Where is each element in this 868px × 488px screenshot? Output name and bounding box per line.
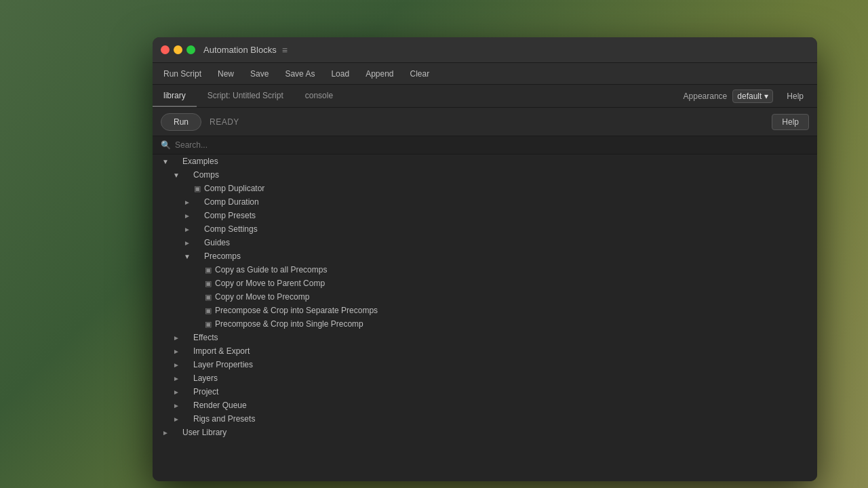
expand-icon: ► xyxy=(172,402,181,409)
tree-item-label: Layer Properties xyxy=(193,360,817,369)
menu-append[interactable]: Append xyxy=(363,68,396,80)
tree-content: ▼Examples▼Comps▣Comp Duplicator►Comp Dur… xyxy=(153,155,817,481)
tree-item-project[interactable]: ►Project xyxy=(153,385,817,399)
tree-item-copy-parent[interactable]: ▣Copy or Move to Parent Comp xyxy=(153,277,817,290)
help-tab-button[interactable]: Help xyxy=(778,92,812,101)
menu-icon[interactable]: ≡ xyxy=(282,45,288,56)
tree-item-label: Examples xyxy=(182,157,817,166)
tree-item-copy-as-guide[interactable]: ▣Copy as Guide to all Precomps xyxy=(153,263,817,277)
expand-icon: ► xyxy=(182,226,192,233)
tree-item-precompose-separate[interactable]: ▣Precompose & Crop into Separate Precomp… xyxy=(153,304,817,317)
expand-icon: ► xyxy=(172,361,181,369)
file-icon: ▣ xyxy=(203,293,214,302)
tree-item-copy-precomp[interactable]: ▣Copy or Move to Precomp xyxy=(153,290,817,304)
file-icon: ▣ xyxy=(203,320,214,329)
tree-item-label: Comp Duration xyxy=(204,197,817,207)
tree-item-layers[interactable]: ►Layers xyxy=(153,371,817,385)
tree-item-label: Project xyxy=(193,387,817,396)
tree-item-label: Effects xyxy=(193,333,817,342)
tree-item-comp-settings[interactable]: ►Comp Settings xyxy=(153,222,817,236)
tree-item-precompose-single[interactable]: ▣Precompose & Crop into Single Precomp xyxy=(153,317,817,331)
tree-item-label: Copy or Move to Parent Comp xyxy=(215,279,817,288)
collapse-icon: ▼ xyxy=(161,158,170,165)
collapse-icon: ▼ xyxy=(172,171,181,179)
window-title: Automation Blocks xyxy=(203,45,277,55)
expand-icon: ► xyxy=(161,429,170,436)
menu-run-script[interactable]: Run Script xyxy=(161,68,204,80)
search-input[interactable] xyxy=(175,140,809,150)
tree-item-comp-presets[interactable]: ►Comp Presets xyxy=(153,209,817,222)
tree-item-import-export[interactable]: ►Import & Export xyxy=(153,344,817,358)
tab-script[interactable]: Script: Untitled Script xyxy=(197,85,294,107)
collapse-icon: ▼ xyxy=(182,253,192,260)
appearance-dropdown[interactable]: default ▾ xyxy=(732,89,773,103)
tree-item-examples[interactable]: ▼Examples xyxy=(153,155,817,168)
tree-item-label: User Library xyxy=(182,428,817,437)
file-icon: ▣ xyxy=(203,279,214,288)
tree-item-label: Comp Duplicator xyxy=(204,184,817,193)
tab-appearance-area: Appearance default ▾ Help xyxy=(684,85,817,107)
expand-icon: ► xyxy=(182,212,192,220)
tree-item-label: Copy as Guide to all Precomps xyxy=(215,265,817,274)
expand-icon: ► xyxy=(172,348,181,355)
minimize-button[interactable] xyxy=(174,45,182,54)
tree-item-rigs-presets[interactable]: ►Rigs and Presets xyxy=(153,412,817,426)
search-icon: 🔍 xyxy=(161,140,171,150)
tree-item-label: Layers xyxy=(193,373,817,383)
tree-item-label: Comps xyxy=(193,170,817,180)
expand-icon: ► xyxy=(172,375,181,382)
expand-icon: ► xyxy=(182,239,192,247)
expand-icon: ► xyxy=(172,388,181,396)
tree-item-label: Precompose & Crop into Separate Precomps xyxy=(215,306,817,315)
menu-bar: Run Script New Save Save As Load Append … xyxy=(153,63,817,85)
tree-item-label: Rigs and Presets xyxy=(193,414,817,424)
tab-bar: library Script: Untitled Script console … xyxy=(153,85,817,108)
menu-save[interactable]: Save xyxy=(248,68,271,80)
tree-item-label: Comp Presets xyxy=(204,211,817,220)
tree-item-label: Render Queue xyxy=(193,401,817,410)
tree-item-comps[interactable]: ▼Comps xyxy=(153,168,817,182)
run-button[interactable]: Run xyxy=(161,113,201,131)
tree-item-render-queue[interactable]: ►Render Queue xyxy=(153,399,817,412)
file-icon: ▣ xyxy=(192,184,203,193)
menu-clear[interactable]: Clear xyxy=(408,68,433,80)
tree-item-effects[interactable]: ►Effects xyxy=(153,331,817,344)
menu-new[interactable]: New xyxy=(215,68,237,80)
search-bar: 🔍 xyxy=(153,136,817,155)
tree-item-label: Import & Export xyxy=(193,346,817,356)
tree-item-label: Comp Settings xyxy=(204,224,817,234)
tab-library[interactable]: library xyxy=(153,85,197,107)
tree-item-label: Precompose & Crop into Single Precomp xyxy=(215,319,817,329)
chevron-down-icon: ▾ xyxy=(764,92,768,101)
tree-item-label: Copy or Move to Precomp xyxy=(215,292,817,302)
title-bar: Automation Blocks ≡ xyxy=(153,37,817,63)
menu-save-as[interactable]: Save As xyxy=(282,68,317,80)
help-button[interactable]: Help xyxy=(772,114,809,130)
tree-item-user-library[interactable]: ►User Library xyxy=(153,426,817,439)
traffic-lights xyxy=(161,45,195,54)
close-button[interactable] xyxy=(161,45,170,54)
tree-item-label: Guides xyxy=(204,238,817,247)
main-window: Automation Blocks ≡ Run Script New Save … xyxy=(153,37,817,481)
tree-item-comp-duplicator[interactable]: ▣Comp Duplicator xyxy=(153,182,817,195)
expand-icon: ► xyxy=(182,199,192,206)
expand-icon: ► xyxy=(172,334,181,342)
tree-item-guides[interactable]: ►Guides xyxy=(153,236,817,249)
menu-load[interactable]: Load xyxy=(328,68,352,80)
tab-console[interactable]: console xyxy=(294,85,344,107)
status-text: READY xyxy=(210,117,239,127)
tree-item-label: Precomps xyxy=(204,251,817,261)
tree-item-precomps[interactable]: ▼Precomps xyxy=(153,249,817,263)
tree-item-layer-properties[interactable]: ►Layer Properties xyxy=(153,358,817,371)
appearance-label: Appearance xyxy=(684,92,728,101)
toolbar: Run READY Help xyxy=(153,108,817,136)
file-icon: ▣ xyxy=(203,266,214,274)
tree-item-comp-duration[interactable]: ►Comp Duration xyxy=(153,195,817,209)
expand-icon: ► xyxy=(172,415,181,423)
maximize-button[interactable] xyxy=(186,45,195,54)
file-icon: ▣ xyxy=(203,306,214,315)
